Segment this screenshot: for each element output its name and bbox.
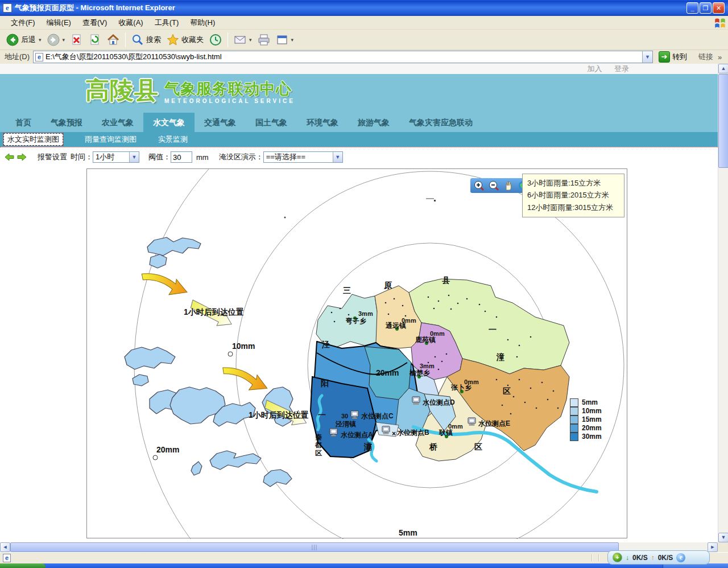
home-button[interactable] — [104, 32, 122, 48]
time-select[interactable]: 1小时 ▼ — [93, 151, 139, 163]
next-arrow-icon[interactable] — [17, 153, 27, 161]
net-speed-widget[interactable]: + ↓ 0K/S ↑ 0K/S e — [607, 550, 710, 565]
edit-window-icon — [276, 34, 288, 46]
legend-label: 10mm — [582, 407, 602, 415]
storm-motion-arrow — [138, 266, 190, 301]
search-button[interactable]: 搜索 — [129, 32, 164, 48]
minimize-button[interactable]: _ — [686, 2, 698, 14]
place-label: 泾 — [321, 340, 330, 349]
scroll-down-button[interactable]: ▼ — [718, 533, 728, 542]
pan-hand-icon[interactable] — [503, 180, 514, 191]
arrival-label: 1小时后到达位置 — [249, 410, 309, 419]
tab-traffic[interactable]: 交通气象 — [195, 113, 246, 132]
links-label[interactable]: 链接 — [698, 52, 713, 62]
tab-home[interactable]: 首页 — [6, 113, 41, 132]
mail-button[interactable]: ▾ — [231, 32, 255, 48]
isoline-label-5mm: 5mm — [399, 528, 417, 537]
page-icon: e — [35, 53, 43, 61]
menu-tools[interactable]: 工具(T) — [150, 16, 184, 30]
station-label-a[interactable]: 水位测点A — [340, 431, 373, 439]
restore-button[interactable]: ❐ — [700, 2, 712, 14]
tab-weather-forecast[interactable]: 气象预报 — [41, 113, 92, 132]
station-label-b[interactable]: 水位测点B — [396, 429, 429, 437]
subnav-realtime-monitor[interactable]: 水文实时监测图 — [3, 133, 63, 146]
station-label-e[interactable]: 水位测点E — [478, 419, 510, 427]
tab-tourism[interactable]: 旅游气象 — [348, 113, 399, 132]
go-button[interactable]: ➔ 转到 — [657, 51, 690, 63]
legend-swatch — [570, 407, 578, 415]
subnav-live-view[interactable]: 实景监测 — [158, 134, 188, 145]
history-button[interactable] — [206, 32, 225, 48]
township-name: 耿镇 — [439, 429, 453, 437]
stop-button[interactable] — [68, 32, 86, 48]
edit-button[interactable]: ▾ — [273, 32, 297, 48]
threshold-input[interactable] — [171, 151, 192, 163]
back-icon — [6, 34, 19, 46]
scroll-right-button[interactable]: ► — [708, 542, 718, 552]
legend-row: 15mm — [570, 415, 602, 423]
menu-favorites[interactable]: 收藏(A) — [113, 16, 148, 30]
forward-button[interactable]: ▾ — [44, 32, 68, 48]
upload-speed: 0K/S — [658, 554, 673, 562]
station-label-d[interactable]: 水位测点D — [422, 398, 455, 406]
legend-label: 20mm — [582, 424, 602, 432]
site-logo: 高陵县 气象服务联动中心 METEOROLOGICAL SERVICE — [85, 77, 295, 104]
content-area: 报警设置 时间： 1小时 ▼ 阀值： mm 淹没区演示： ==请选择== ▼ — [0, 147, 718, 542]
menu-view[interactable]: 查看(V) — [77, 16, 112, 30]
tab-agriculture[interactable]: 农业气象 — [92, 113, 143, 132]
flood-select-value: ==请选择== — [266, 152, 305, 162]
tab-land[interactable]: 国土气象 — [246, 113, 297, 132]
site-header: 高陵县 气象服务联动中心 METEOROLOGICAL SERVICE — [0, 74, 718, 113]
weather-map[interactable]: 10mm 20mm 5mm — [87, 169, 628, 539]
join-link[interactable]: 加入 — [587, 64, 602, 73]
subnav-rain-query[interactable]: 雨量查询监测图 — [85, 134, 136, 145]
horizontal-scroll-thumb[interactable]: ||| — [10, 542, 619, 552]
address-dropdown-icon[interactable]: ▼ — [642, 51, 652, 63]
favorites-star-icon — [167, 34, 179, 46]
start-button[interactable] — [0, 563, 46, 568]
map-panel: 10mm 20mm 5mm — [86, 168, 627, 538]
flood-demo-select[interactable]: ==请选择== ▼ — [263, 151, 343, 163]
mail-icon — [234, 34, 246, 46]
menu-help[interactable]: 帮助(H) — [185, 16, 220, 30]
favorites-button[interactable]: 收藏夹 — [164, 32, 206, 48]
tab-hydrology[interactable]: 水文气象 — [143, 113, 195, 132]
scroll-left-button[interactable]: ◄ — [0, 542, 10, 552]
web-page: 加入 登录 高陵县 气象服务联动中心 METEOROLOGICAL SERVIC… — [0, 64, 718, 542]
menu-edit[interactable]: 编辑(E) — [42, 16, 76, 30]
flood-select-arrow-icon: ▼ — [333, 152, 342, 162]
refresh-icon — [89, 34, 101, 46]
prev-arrow-icon[interactable] — [5, 153, 14, 161]
zoom-out-icon[interactable] — [488, 180, 499, 191]
scroll-up-button[interactable]: ▲ — [718, 64, 728, 73]
print-button[interactable] — [255, 32, 273, 48]
back-button[interactable]: 后退▾ — [3, 32, 44, 48]
storm-motion-arrow — [219, 360, 271, 397]
place-label: 区 — [315, 449, 322, 457]
security-suite-icon[interactable]: + — [613, 553, 622, 562]
station-label-c[interactable]: 水位测点C — [361, 412, 394, 420]
scrollbar-corner — [718, 542, 728, 552]
legend-row: 20mm — [570, 423, 602, 432]
map-legend: 5mm 10mm 15mm 20mm 30mm — [570, 398, 602, 441]
address-input[interactable]: e E:\气象台\原型20110530\原型20110530\swyb-list… — [33, 51, 653, 63]
red-town-label: 泾渭镇 — [335, 420, 356, 428]
vertical-scroll-thumb[interactable] — [718, 74, 728, 168]
alarm-settings-label: 报警设置 — [38, 152, 67, 162]
links-more-icon[interactable]: » — [718, 53, 722, 61]
tab-disaster-response[interactable]: 气象灾害应急联动 — [399, 113, 482, 132]
login-link[interactable]: 登录 — [614, 64, 629, 73]
vertical-scrollbar[interactable]: ▲ ▼ — [718, 64, 728, 542]
tab-environment[interactable]: 环境气象 — [297, 113, 348, 132]
close-button[interactable]: ✕ — [713, 2, 725, 14]
refresh-button[interactable] — [86, 32, 104, 48]
menu-file[interactable]: 文件(F) — [6, 16, 40, 30]
account-row: 加入 登录 — [0, 64, 718, 74]
place-label: 潼 — [496, 352, 504, 361]
zoom-in-icon[interactable] — [473, 180, 485, 191]
ie-tray-icon[interactable]: e — [676, 553, 685, 562]
back-label: 后退 — [21, 35, 36, 45]
menu-bar: 文件(F) 编辑(E) 查看(V) 收藏(A) 工具(T) 帮助(H) — [0, 16, 728, 30]
rainfall-12h: 12小时面雨量:3015立方米 — [527, 203, 619, 213]
toolbar-separator — [228, 32, 228, 47]
